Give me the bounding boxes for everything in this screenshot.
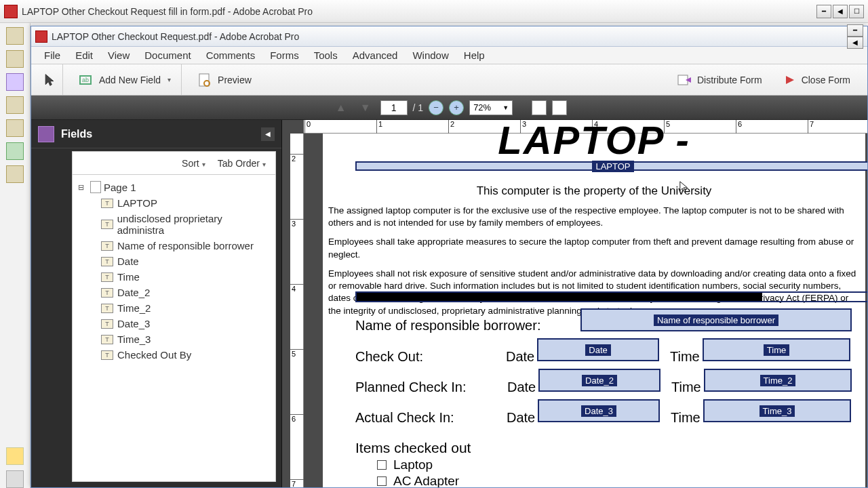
form-field-date3[interactable]: Date_3: [538, 399, 660, 422]
label-borrower: Name of responsible borrower:: [355, 318, 540, 333]
field-item[interactable]: TTime_2: [75, 300, 273, 316]
page-number-input[interactable]: [380, 100, 408, 115]
nav-icon-2[interactable]: [6, 50, 24, 68]
field-item[interactable]: TDate: [75, 253, 273, 269]
restore-button[interactable]: ◀: [833, 5, 848, 18]
text-field-icon: T: [101, 335, 113, 344]
text-field-icon: T: [101, 220, 113, 229]
field-item[interactable]: Tundisclosed proprietary administra: [75, 211, 273, 238]
checkbox-icon[interactable]: [377, 460, 387, 470]
label-planned: Planned Check In:: [355, 380, 466, 395]
back-nav-strip: [0, 23, 31, 488]
nav-icon-7[interactable]: [6, 165, 24, 183]
svg-text:ab: ab: [82, 77, 89, 83]
add-new-field-button[interactable]: ab Add New Field: [71, 68, 177, 92]
minimize-button[interactable]: ━: [816, 5, 831, 18]
nav-icon-3[interactable]: [6, 73, 24, 91]
back-titlebar: LAPTOP Other Checkout Request fill in fo…: [0, 0, 868, 23]
close-form-icon: [780, 71, 797, 89]
document-viewport[interactable]: 0 1 2 3 4 5 6 7 2 3 4 5 6 7 LAPTOP - LA: [282, 120, 867, 487]
pdf-page[interactable]: LAPTOP - LAPTOP This computer is the pro…: [323, 134, 865, 487]
close-form-button[interactable]: Close Form: [774, 68, 856, 92]
field-item[interactable]: TDate_2: [75, 285, 273, 300]
close-form-label: Close Form: [802, 75, 850, 85]
tab-order-dropdown[interactable]: Tab Order: [218, 158, 266, 169]
label-checkout: Check Out:: [355, 349, 423, 365]
page-nav-bar: ▲ ▼ / 1 − + 72%▼: [31, 96, 867, 120]
form-field-date2[interactable]: Date_2: [538, 369, 660, 392]
menubar: File Edit View Document Comments Forms T…: [31, 47, 867, 64]
prev-page-button[interactable]: ▲: [332, 100, 351, 115]
distribute-form-button[interactable]: Distribute Form: [669, 68, 768, 92]
form-field-borrower[interactable]: Name of responsible borrower: [580, 308, 852, 331]
menu-file[interactable]: File: [37, 47, 68, 63]
maximize-button[interactable]: ☐: [849, 5, 864, 18]
field-item[interactable]: TName of responsible borrower: [75, 238, 273, 253]
distribute-icon: [675, 71, 693, 89]
fields-panel-title: Fields: [61, 128, 254, 140]
checkbox-icon[interactable]: [377, 476, 387, 486]
checkbox-line-ac: AC Adapter: [377, 474, 459, 487]
ruler-vertical: 2 3 4 5 6 7: [290, 134, 304, 487]
preview-icon: [196, 71, 214, 89]
next-page-button[interactable]: ▼: [356, 100, 375, 115]
form-field-time3[interactable]: Time_3: [703, 399, 851, 422]
front-window: LAPTOP Other Checkout Request.pdf - Adob…: [31, 26, 868, 488]
menu-comments[interactable]: Comments: [199, 47, 263, 63]
text-field-icon: T: [101, 288, 113, 298]
tree-page-node[interactable]: ⊟ Page 1: [75, 179, 273, 195]
restore-button[interactable]: ◀: [847, 37, 863, 49]
nav-icon-tag[interactable]: [6, 447, 24, 465]
select-tool-icon[interactable]: [41, 71, 58, 89]
form-field-laptop[interactable]: LAPTOP: [355, 161, 867, 171]
add-new-field-label: Add New Field: [99, 75, 161, 85]
menu-document[interactable]: Document: [137, 47, 198, 63]
field-item[interactable]: TChecked Out By: [75, 347, 273, 363]
doc-para-1: The assigned laptop computer is for the …: [328, 205, 860, 229]
label-time: Time: [670, 349, 700, 365]
menu-view[interactable]: View: [100, 47, 137, 63]
menu-edit[interactable]: Edit: [68, 47, 100, 63]
page-total-label: / 1: [413, 102, 424, 113]
fields-tree[interactable]: ⊟ Page 1 TLAPTOP Tundisclosed proprietar…: [72, 174, 276, 482]
fields-panel: Fields ◀ Sort Tab Order ⊟ Page 1 TLAPTOP…: [31, 120, 282, 487]
toolbar-icon-1[interactable]: [532, 100, 547, 115]
text-field-icon: T: [101, 257, 113, 266]
field-item[interactable]: TDate_3: [75, 316, 273, 331]
back-window-title: LAPTOP Other Checkout Request fill in fo…: [22, 6, 816, 17]
minimize-button[interactable]: ━: [847, 24, 863, 37]
collapse-icon[interactable]: ⊟: [78, 183, 87, 192]
form-field-time[interactable]: Time: [703, 338, 850, 361]
pdf-icon: [35, 30, 47, 43]
zoom-in-button[interactable]: +: [449, 100, 464, 115]
menu-help[interactable]: Help: [456, 47, 492, 63]
page-icon: [90, 181, 101, 193]
document-title: LAPTOP -: [323, 120, 865, 163]
label-date: Date: [506, 349, 534, 365]
form-field-undisclosed[interactable]: [355, 291, 867, 302]
menu-tools[interactable]: Tools: [307, 47, 345, 63]
nav-icon-5[interactable]: [6, 119, 24, 137]
collapse-panel-button[interactable]: ◀: [261, 127, 275, 141]
nav-icon-6[interactable]: [6, 142, 24, 160]
label-time: Time: [671, 380, 701, 395]
menu-window[interactable]: Window: [405, 47, 456, 63]
toolbar-icon-2[interactable]: [552, 100, 567, 115]
pdf-icon: [4, 5, 18, 18]
preview-button[interactable]: Preview: [190, 68, 258, 92]
field-item[interactable]: TTime: [75, 269, 273, 285]
zoom-dropdown[interactable]: 72%▼: [469, 100, 513, 115]
menu-advanced[interactable]: Advanced: [345, 47, 406, 63]
form-field-time2[interactable]: Time_2: [704, 369, 852, 392]
sort-dropdown[interactable]: Sort: [182, 158, 205, 169]
nav-icon-1[interactable]: [6, 27, 24, 45]
form-field-date[interactable]: Date: [537, 338, 659, 361]
field-item[interactable]: TLAPTOP: [75, 195, 273, 211]
nav-icon-attach[interactable]: [6, 470, 24, 488]
menu-forms[interactable]: Forms: [262, 47, 307, 63]
zoom-out-button[interactable]: −: [429, 100, 443, 115]
doc-property-line: This computer is the property of the Uni…: [328, 184, 860, 198]
nav-icon-4[interactable]: [6, 96, 24, 114]
field-item[interactable]: TTime_3: [75, 331, 273, 347]
add-field-icon: ab: [77, 71, 95, 89]
